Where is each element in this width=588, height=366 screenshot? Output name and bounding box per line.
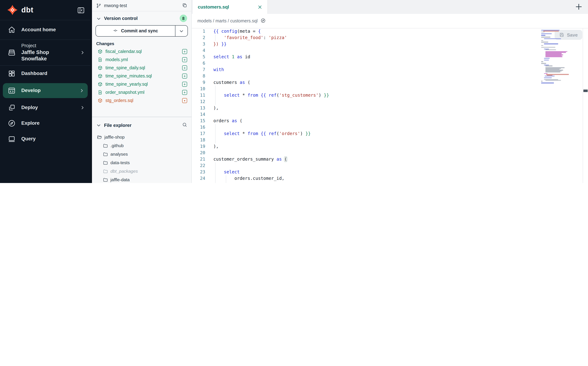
new-tab-button[interactable] [574, 2, 583, 11]
stage-plus-icon[interactable]: + [182, 82, 187, 86]
indent-guide [215, 124, 216, 143]
sidebar-item-develop[interactable]: Develop [3, 83, 88, 98]
code-text: }) }} [213, 41, 227, 47]
code-text: 'favorite_food': 'pizza' [213, 34, 287, 41]
sidebar-item-label: Account home [21, 27, 85, 33]
changes-list: fiscal_calendar.sql+models.yml+time_spin… [92, 47, 191, 105]
editor-minimap[interactable] [541, 30, 570, 83]
change-row[interactable]: time_spine_daily.sql+ [92, 64, 191, 72]
change-row[interactable]: time_spine_minutes.sql+ [92, 72, 191, 80]
change-row[interactable]: stg_orders.sql• [92, 96, 191, 105]
commit-and-sync-main[interactable]: Commit and sync [96, 26, 175, 36]
scrollbar-thumb[interactable] [583, 90, 588, 92]
sidebar-item-label: ProjectJaffle Shop Snowflake [21, 43, 74, 62]
close-icon[interactable] [257, 5, 262, 9]
change-row[interactable]: order_snapshot.yml+ [92, 88, 191, 96]
explore-compass-icon[interactable] [261, 18, 265, 24]
chevron-down-icon [96, 123, 101, 127]
code-line: 11 select * from {{ ref('stg_customers')… [192, 92, 588, 99]
model-cube-icon [98, 49, 103, 54]
sidebar-item-account-home[interactable]: Account home [0, 20, 90, 40]
code-line: 7with [192, 67, 588, 73]
sidebar-item-dashboard[interactable]: Dashboard [0, 66, 90, 81]
explore-icon [8, 119, 16, 127]
code-line: 6 [192, 60, 588, 67]
changes-label: Changes [92, 39, 191, 47]
code-line: 19), [192, 143, 588, 150]
sidebar-item-project[interactable]: ProjectJaffle Shop Snowflake [0, 40, 90, 66]
sidebar-item-label: Query [21, 136, 85, 142]
line-number: 21 [192, 156, 205, 162]
side-panel: mwong-test Version control 8 Commit and … [90, 0, 191, 183]
file-name: jaffle-shop [104, 135, 188, 140]
code-editor[interactable]: 1{{ config(meta = {2 'favorite_food': 'p… [192, 28, 588, 183]
sidebar-item-explore[interactable]: Explore [0, 115, 90, 131]
line-number: 9 [192, 79, 205, 86]
line-number: 16 [192, 124, 205, 130]
modified-dot-icon[interactable]: • [182, 98, 187, 103]
file-tree-item[interactable]: dbt_packages [92, 167, 191, 175]
change-file-name: stg_orders.sql [105, 98, 179, 103]
breadcrumb-bar: models / marts / customers.sql Save [192, 14, 588, 28]
file-doc-icon [98, 57, 103, 62]
line-number: 10 [192, 86, 205, 92]
change-row[interactable]: models.yml+ [92, 55, 191, 64]
version-control-header[interactable]: Version control 8 [92, 11, 191, 23]
file-doc-icon [98, 90, 103, 95]
line-number: 22 [192, 162, 205, 169]
sidebar-item-deploy[interactable]: Deploy [0, 100, 90, 115]
change-file-name: models.yml [105, 57, 179, 62]
indent-guide [215, 34, 216, 41]
search-icon[interactable] [182, 122, 187, 128]
change-row[interactable]: time_spine_yearly.sql+ [92, 80, 191, 88]
chevron-right-icon [80, 50, 85, 55]
commit-and-sync-button: Commit and sync [96, 25, 188, 37]
code-text: ), [213, 105, 219, 111]
sidebar-item-query[interactable]: Query [0, 131, 90, 147]
code-line: 8 [192, 73, 588, 79]
code-line: 25 [192, 182, 588, 183]
file-tree-item[interactable]: analyses [92, 150, 191, 159]
stage-plus-icon[interactable]: + [182, 57, 187, 62]
tab-customers-sql[interactable]: customers.sql [193, 0, 268, 14]
code-line: 17 select * from {{ ref('orders') }} [192, 130, 588, 137]
stage-plus-icon[interactable]: + [182, 49, 187, 54]
line-number: 14 [192, 111, 205, 118]
code-line: 23 select [192, 169, 588, 175]
file-tree-item[interactable]: jaffle-data [92, 175, 191, 183]
stage-plus-icon[interactable]: + [182, 73, 187, 78]
file-tree-item[interactable]: .github [92, 141, 191, 150]
stage-plus-icon[interactable]: + [182, 65, 187, 70]
sidebar-item-pretitle: Project [21, 43, 74, 49]
code-text: select 1 as id [213, 54, 250, 60]
git-branch-icon [96, 3, 101, 8]
chevron-down-icon [96, 16, 101, 20]
commit-and-sync-label: Commit and sync [121, 28, 158, 33]
change-file-name: time_spine_yearly.sql [105, 82, 179, 86]
stage-plus-icon[interactable]: + [182, 90, 187, 95]
file-name: jaffle-data [111, 177, 188, 182]
line-number: 4 [192, 47, 205, 54]
code-text: select [213, 169, 240, 175]
file-explorer-header[interactable]: File explorer [92, 116, 191, 133]
code-line: 10 [192, 86, 588, 92]
line-number: 17 [192, 130, 205, 137]
change-row[interactable]: fiscal_calendar.sql+ [92, 47, 191, 55]
dbt-logo-icon [7, 5, 18, 15]
main-sidebar: dbt Account homeProjectJaffle Shop Snowf… [0, 0, 90, 183]
code-line: 20 [192, 150, 588, 156]
copy-icon[interactable] [182, 3, 187, 8]
code-text: orders.customer_id, [213, 175, 284, 182]
line-number: 2 [192, 34, 205, 41]
change-file-name: order_snapshot.yml [105, 90, 179, 95]
file-name: .github [111, 143, 188, 148]
commit-options-button[interactable] [175, 26, 187, 36]
file-tree-item[interactable]: jaffle-shop [92, 133, 191, 141]
change-file-name: fiscal_calendar.sql [105, 49, 179, 54]
branch-row[interactable]: mwong-test [92, 0, 191, 11]
editor-scrollbar[interactable] [583, 28, 588, 183]
file-tree-item[interactable]: data-tests [92, 159, 191, 167]
code-text: select * from {{ ref('stg_customers') }} [213, 92, 329, 99]
line-number: 7 [192, 67, 205, 73]
collapse-sidebar-icon[interactable] [77, 6, 85, 14]
